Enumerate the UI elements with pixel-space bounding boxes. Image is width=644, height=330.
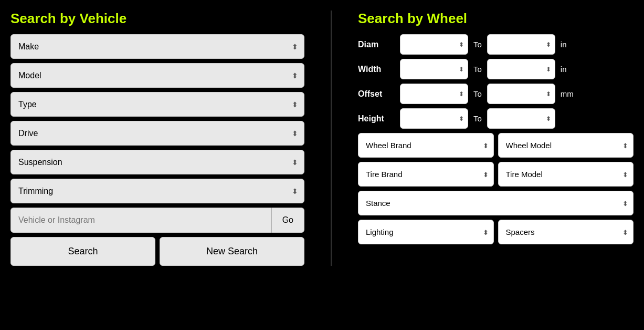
search-button[interactable]: Search (10, 237, 155, 266)
spacers-select[interactable]: Spacers (498, 220, 634, 244)
width-from-select-wrapper (400, 59, 468, 79)
vehicle-instagram-input[interactable] (10, 208, 271, 233)
lighting-row: Lighting Spacers (358, 220, 634, 244)
height-from-select[interactable] (400, 108, 468, 129)
wheel-model-select[interactable]: Wheel Model (498, 133, 634, 158)
height-to-select-wrapper (487, 108, 555, 129)
lighting-select-wrapper: Lighting (358, 220, 494, 244)
make-select[interactable]: Make (10, 34, 304, 59)
offset-from-select-wrapper (400, 84, 468, 104)
suspension-select-wrapper: Suspension (10, 150, 304, 174)
panel-divider (331, 11, 332, 266)
width-unit: in (561, 65, 567, 74)
offset-from-select[interactable] (400, 84, 468, 104)
left-panel: Search by Vehicle Make Model Type Drive … (10, 11, 304, 266)
width-row: Width To in (358, 59, 634, 79)
diam-label: Diam (358, 40, 395, 49)
width-to-label: To (473, 65, 482, 74)
go-button[interactable]: Go (271, 208, 304, 233)
suspension-select[interactable]: Suspension (10, 150, 304, 174)
drive-select-wrapper: Drive (10, 121, 304, 146)
diam-from-select-wrapper (400, 34, 468, 55)
type-select-wrapper: Type (10, 92, 304, 117)
height-from-select-wrapper (400, 108, 468, 129)
wheel-brand-row: Wheel Brand Wheel Model (358, 133, 634, 158)
offset-to-label: To (473, 89, 482, 98)
diam-to-select[interactable] (487, 34, 555, 55)
lighting-select[interactable]: Lighting (358, 220, 494, 244)
diam-from-select[interactable] (400, 34, 468, 55)
width-from-select[interactable] (400, 59, 468, 79)
height-row: Height To (358, 108, 634, 129)
width-to-select[interactable] (487, 59, 555, 79)
height-label: Height (358, 114, 395, 123)
model-select[interactable]: Model (10, 63, 304, 88)
diam-unit: in (561, 40, 567, 49)
right-panel: Search by Wheel Diam To in Width (358, 11, 634, 266)
tire-brand-row: Tire Brand Tire Model (358, 162, 634, 187)
wheel-grid: Diam To in Width To in (358, 34, 634, 249)
wheel-model-select-wrapper: Wheel Model (498, 133, 634, 158)
spacers-select-wrapper: Spacers (498, 220, 634, 244)
offset-to-select-wrapper (487, 84, 555, 104)
right-panel-title: Search by Wheel (358, 11, 634, 27)
model-select-wrapper: Model (10, 63, 304, 88)
make-select-wrapper: Make (10, 34, 304, 59)
left-panel-title: Search by Vehicle (10, 11, 304, 27)
height-to-label: To (473, 114, 482, 123)
wheel-brand-select[interactable]: Wheel Brand (358, 133, 494, 158)
height-to-select[interactable] (487, 108, 555, 129)
offset-unit: mm (561, 89, 574, 98)
wheel-brand-select-wrapper: Wheel Brand (358, 133, 494, 158)
tire-brand-select[interactable]: Tire Brand (358, 162, 494, 187)
stance-select[interactable]: Stance (358, 191, 634, 215)
action-buttons: Search New Search (10, 237, 304, 266)
vehicle-instagram-row: Go (10, 208, 304, 233)
offset-label: Offset (358, 89, 395, 99)
width-label: Width (358, 65, 395, 74)
diam-to-select-wrapper (487, 34, 555, 55)
diam-to-label: To (473, 40, 482, 49)
width-to-select-wrapper (487, 59, 555, 79)
type-select[interactable]: Type (10, 92, 304, 117)
new-search-button[interactable]: New Search (160, 237, 304, 266)
stance-row: Stance (358, 191, 634, 215)
tire-brand-select-wrapper: Tire Brand (358, 162, 494, 187)
tire-model-select[interactable]: Tire Model (498, 162, 634, 187)
offset-to-select[interactable] (487, 84, 555, 104)
stance-select-wrapper: Stance (358, 191, 634, 215)
tire-model-select-wrapper: Tire Model (498, 162, 634, 187)
offset-row: Offset To mm (358, 84, 634, 104)
trimming-select-wrapper: Trimming (10, 179, 304, 203)
main-container: Search by Vehicle Make Model Type Drive … (10, 11, 634, 266)
drive-select[interactable]: Drive (10, 121, 304, 146)
diam-row: Diam To in (358, 34, 634, 55)
trimming-select[interactable]: Trimming (10, 179, 304, 203)
